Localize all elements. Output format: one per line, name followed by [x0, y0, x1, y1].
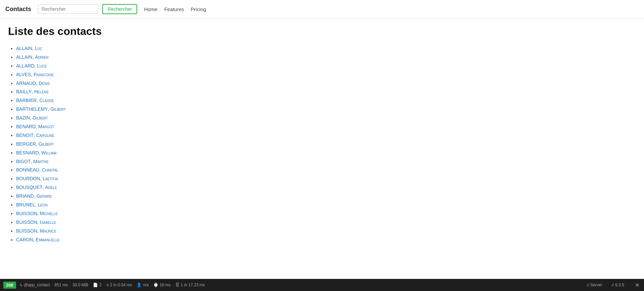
contact-link[interactable]: Caron, Emmanuelle: [16, 237, 60, 242]
contact-link[interactable]: Arnaud, Denis: [16, 81, 50, 86]
contact-link[interactable]: Bousquet, Adele: [16, 185, 57, 190]
list-item: Buisson, Maurice: [16, 227, 636, 236]
search-button[interactable]: Rechercher: [102, 4, 137, 14]
list-item: Caron, Emmanuelle: [16, 236, 636, 244]
nav-link-features[interactable]: Features: [164, 6, 184, 12]
contact-link[interactable]: Benard, Margot: [16, 124, 54, 129]
contact-link[interactable]: Allard, Luce: [16, 63, 47, 68]
contact-link[interactable]: Berger, Gilbert: [16, 141, 54, 147]
contact-link[interactable]: Alves, Francoise: [16, 72, 54, 77]
list-item: Bourdon, Laetitia: [16, 175, 636, 183]
nav-link-home[interactable]: Home: [144, 6, 157, 12]
nav-link-pricing[interactable]: Pricing: [191, 6, 206, 12]
contact-link[interactable]: Benoit, Caroline: [16, 133, 54, 138]
nav-links: HomeFeaturesPricing: [144, 6, 206, 12]
contact-link[interactable]: Brunel, Leon: [16, 202, 48, 207]
list-item: Bonneau, Chantal: [16, 166, 636, 175]
contact-link[interactable]: Bigot, Marthe: [16, 159, 49, 164]
main-content: Liste des contacts Allain, LucAllain, Ad…: [0, 18, 644, 281]
list-item: Allain, Adrien: [16, 53, 636, 62]
list-item: Besnard, William: [16, 149, 636, 157]
contact-link[interactable]: Buisson, Michelle: [16, 211, 58, 216]
contact-link[interactable]: Bourdon, Laetitia: [16, 176, 58, 181]
list-item: Buisson, Michelle: [16, 209, 636, 218]
list-item: Berger, Gilbert: [16, 140, 636, 149]
status-bar: 200 ↳ @app_contact 851 ms 30.0 MiB 📄 2 ≡…: [0, 279, 644, 281]
list-item: Allain, Luc: [16, 44, 636, 53]
contact-link[interactable]: Besnard, William: [16, 150, 56, 155]
list-item: Benard, Margot: [16, 123, 636, 131]
contact-link[interactable]: Briand, Gerard: [16, 193, 52, 199]
page-title: Liste des contacts: [8, 25, 636, 38]
list-item: Buisson, Isabelle: [16, 218, 636, 227]
contact-link[interactable]: Bazin, Gilbert: [16, 115, 48, 120]
contact-list: Allain, LucAllain, AdrienAllard, LuceAlv…: [8, 44, 636, 244]
list-item: Benoit, Caroline: [16, 131, 636, 140]
list-item: Bigot, Marthe: [16, 157, 636, 166]
list-item: Bousquet, Adele: [16, 183, 636, 192]
search-input[interactable]: [38, 4, 98, 14]
list-item: Brunel, Leon: [16, 201, 636, 209]
list-item: Bazin, Gilbert: [16, 114, 636, 123]
contact-link[interactable]: Buisson, Isabelle: [16, 220, 56, 225]
brand-label: Contacts: [5, 6, 31, 13]
list-item: Arnaud, Denis: [16, 79, 636, 88]
contact-link[interactable]: Bonneau, Chantal: [16, 167, 58, 173]
list-item: Barbier, Claude: [16, 96, 636, 105]
navbar: Contacts Rechercher HomeFeaturesPricing: [0, 0, 644, 18]
list-item: Barthelemy, Gilbert: [16, 105, 636, 114]
contact-link[interactable]: Barthelemy, Gilbert: [16, 106, 66, 112]
contact-link[interactable]: Allain, Adrien: [16, 54, 48, 60]
contact-link[interactable]: Allain, Luc: [16, 46, 42, 51]
list-item: Bailly, Helene: [16, 88, 636, 96]
list-item: Allard, Luce: [16, 62, 636, 70]
list-item: Briand, Gerard: [16, 192, 636, 201]
contact-link[interactable]: Barbier, Claude: [16, 98, 54, 103]
contact-link[interactable]: Bailly, Helene: [16, 89, 49, 94]
list-item: Alves, Francoise: [16, 70, 636, 79]
contact-link[interactable]: Buisson, Maurice: [16, 228, 56, 234]
